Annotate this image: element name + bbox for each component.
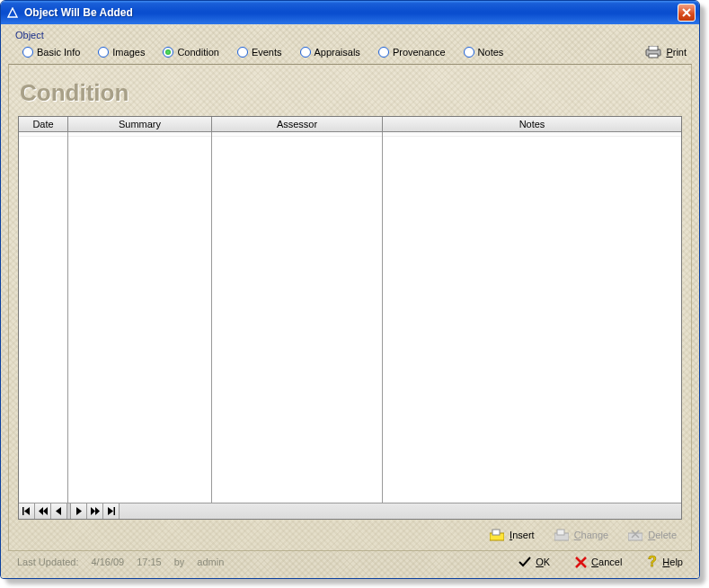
svg-text:?: ? <box>648 555 657 569</box>
radio-icon <box>300 47 311 58</box>
page-heading: Condition <box>20 79 682 107</box>
nav-last-button[interactable] <box>103 503 120 519</box>
print-label: Print <box>666 47 687 58</box>
radio-icon <box>163 47 173 58</box>
tab-label: Appraisals <box>315 47 360 58</box>
radio-icon <box>22 47 33 58</box>
tab-notes[interactable]: Notes <box>464 47 504 58</box>
svg-rect-4 <box>22 507 24 515</box>
menu-object[interactable]: Object <box>8 28 692 42</box>
svg-marker-10 <box>91 507 95 515</box>
svg-rect-13 <box>114 507 116 515</box>
check-icon <box>518 557 531 567</box>
svg-rect-2 <box>649 46 658 50</box>
change-label: Change <box>574 530 609 540</box>
window-title: Object Will Be Added <box>24 6 678 19</box>
column-header-assessor[interactable]: Assessor <box>212 117 383 131</box>
row-action-bar: Insert Change <box>18 520 682 545</box>
ok-label: OK <box>536 557 550 567</box>
main-panel: Condition DateSummaryAssessorNotes <box>8 64 692 551</box>
radio-icon <box>98 47 109 58</box>
cancel-button[interactable]: Cancel <box>575 557 622 568</box>
tab-appraisals[interactable]: Appraisals <box>300 47 360 58</box>
svg-marker-12 <box>108 507 113 515</box>
print-button[interactable]: Print <box>645 46 687 58</box>
titlebar: Object Will Be Added <box>1 1 699 24</box>
column-header-notes[interactable]: Notes <box>383 117 681 131</box>
column-header-summary[interactable]: Summary <box>68 117 212 131</box>
svg-rect-17 <box>557 530 564 535</box>
svg-marker-9 <box>76 507 82 515</box>
nav-fastfwd-button[interactable] <box>87 503 103 519</box>
ok-button[interactable]: OK <box>518 557 550 567</box>
tab-label: Events <box>252 47 282 58</box>
status-by-label: by <box>174 557 185 567</box>
tab-events[interactable]: Events <box>237 47 282 58</box>
nav-first-button[interactable] <box>19 503 35 519</box>
tab-images[interactable]: Images <box>98 47 145 58</box>
app-icon <box>6 6 19 19</box>
status-bar: Last Updated: 4/16/09 17:15 by admin OK … <box>8 551 692 573</box>
delete-label: Delete <box>648 530 677 540</box>
svg-marker-6 <box>39 507 43 515</box>
nav-next-button[interactable] <box>71 503 87 519</box>
cancel-label: Cancel <box>591 557 622 567</box>
svg-marker-7 <box>43 507 48 515</box>
tab-label: Basic Info <box>37 47 80 58</box>
grid-header: DateSummaryAssessorNotes <box>19 117 681 132</box>
window-body: Object Basic InfoImagesConditionEventsAp… <box>1 24 699 578</box>
help-button[interactable]: ? Help <box>647 555 683 569</box>
insert-button[interactable]: Insert <box>490 529 535 541</box>
svg-rect-15 <box>492 530 500 535</box>
close-button[interactable] <box>678 4 696 22</box>
status-date: 4/16/09 <box>92 557 125 567</box>
printer-icon <box>645 46 661 58</box>
tab-condition[interactable]: Condition <box>163 47 218 58</box>
radio-icon <box>464 47 474 58</box>
insert-icon <box>490 529 504 541</box>
radio-icon <box>237 47 248 58</box>
x-icon <box>575 557 587 568</box>
svg-marker-0 <box>8 8 17 17</box>
condition-grid: DateSummaryAssessorNotes <box>18 116 682 520</box>
delete-icon <box>628 529 643 541</box>
tabs-row: Basic InfoImagesConditionEventsAppraisal… <box>8 42 692 64</box>
tab-provenance[interactable]: Provenance <box>378 47 446 58</box>
window: Object Will Be Added Object Basic InfoIm… <box>0 0 700 579</box>
svg-rect-3 <box>649 54 658 58</box>
nav-prev-button[interactable] <box>51 503 67 519</box>
nav-fastback-button[interactable] <box>35 503 51 519</box>
delete-button: Delete <box>628 529 677 541</box>
tab-label: Notes <box>478 47 504 58</box>
status-prefix: Last Updated: <box>17 557 79 567</box>
status-by-value: admin <box>197 557 224 567</box>
svg-marker-8 <box>56 507 61 515</box>
tab-label: Condition <box>177 47 218 58</box>
tab-label: Provenance <box>393 47 446 58</box>
tab-basic-info[interactable]: Basic Info <box>22 47 80 58</box>
grid-navbar <box>19 503 681 519</box>
svg-marker-11 <box>95 507 100 515</box>
column-header-date[interactable]: Date <box>19 117 68 131</box>
insert-label: Insert <box>510 530 535 540</box>
radio-icon <box>378 47 389 58</box>
grid-body[interactable] <box>19 132 681 503</box>
help-label: Help <box>662 557 683 567</box>
tab-label: Images <box>112 47 145 58</box>
change-button: Change <box>554 529 609 541</box>
help-icon: ? <box>647 555 658 569</box>
change-icon <box>554 529 569 541</box>
status-time: 17:15 <box>137 557 162 567</box>
svg-marker-5 <box>24 507 30 515</box>
